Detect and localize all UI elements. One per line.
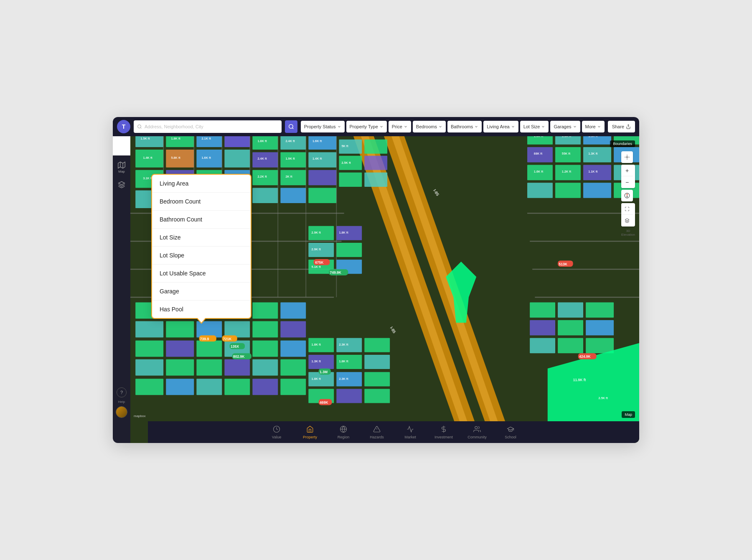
chevron-down-icon (379, 125, 384, 129)
svg-point-212 (475, 426, 478, 429)
svg-rect-34 (280, 188, 306, 203)
svg-text:5.8K ft: 5.8K ft (171, 156, 180, 160)
sidebar-map-label: Map (118, 170, 125, 173)
svg-rect-67 (280, 302, 306, 318)
filter-pill-property-status[interactable]: Property Status (301, 121, 345, 132)
bottom-tab-region[interactable]: Region (327, 421, 360, 443)
svg-rect-84 (252, 359, 278, 376)
map-layers-button[interactable] (621, 215, 633, 227)
filter-pill-price[interactable]: Price (389, 121, 411, 132)
svg-rect-24 (252, 136, 278, 150)
svg-marker-203 (627, 193, 628, 196)
svg-text:1.5K ft: 1.5K ft (140, 137, 150, 140)
bottom-tab-market[interactable]: Market (394, 421, 427, 443)
svg-rect-26 (308, 136, 336, 150)
svg-text:513K: 513K (559, 262, 568, 266)
svg-text:1.8K ft: 1.8K ft (312, 377, 321, 381)
location-icon (624, 154, 630, 160)
svg-text:1.1K ft: 1.1K ft (588, 170, 598, 173)
bottom-tab-label: Property (303, 435, 317, 439)
dropdown-item-lot-size[interactable]: Lot Size (152, 229, 251, 247)
svg-text:88K ft: 88K ft (534, 152, 543, 155)
bottom-tab-community[interactable]: Community (460, 421, 494, 443)
svg-text:1.2K ft: 1.2K ft (562, 170, 572, 173)
svg-text:1.4K ft: 1.4K ft (312, 157, 322, 160)
layers-icon (118, 181, 125, 188)
search-icon-small (137, 124, 142, 129)
bottom-tab-hazards[interactable]: Hazards (360, 421, 394, 443)
dropdown-item-lot-slope[interactable]: Lot Slope (152, 247, 251, 265)
help-button[interactable]: ? (117, 387, 127, 397)
user-avatar[interactable] (116, 406, 127, 418)
svg-text:1.8K ft: 1.8K ft (339, 359, 348, 363)
svg-rect-81 (166, 359, 194, 376)
svg-rect-41 (364, 140, 387, 154)
svg-text:1.3K ft: 1.3K ft (312, 359, 321, 363)
dropdown-item-garage[interactable]: Garage (152, 283, 251, 300)
dropdown-item-lot-usable-space[interactable]: Lot Usable Space (152, 265, 251, 283)
dropdown-item-living-area[interactable]: Living Area (152, 175, 251, 193)
map-icon (118, 161, 125, 169)
filter-pill-lot-size[interactable]: Lot Size (520, 121, 549, 132)
filter-pill-more[interactable]: More (582, 121, 605, 132)
school-icon (507, 425, 514, 434)
svg-rect-87 (166, 379, 194, 395)
bottom-tab-school[interactable]: School (494, 421, 527, 443)
bottom-tab-value[interactable]: Value (260, 421, 293, 443)
search-icon (288, 124, 294, 130)
fullscreen-button[interactable] (621, 203, 633, 215)
svg-text:5.1K ft: 5.1K ft (312, 265, 321, 269)
svg-text:2.4K ft: 2.4K ft (258, 157, 267, 160)
layers-ctrl-icon (625, 218, 630, 223)
chevron-down-icon (474, 125, 478, 129)
filter-label: Bathrooms (451, 124, 473, 129)
svg-rect-45 (364, 173, 387, 187)
filter-pill-living-area[interactable]: Living Area (483, 121, 518, 132)
svg-rect-74 (135, 341, 163, 357)
svg-rect-94 (586, 302, 614, 318)
zoom-in-button[interactable]: + (621, 165, 633, 176)
filter-pill-property-type[interactable]: Property Type (346, 121, 387, 132)
filter-pill-bedrooms[interactable]: Bedrooms (413, 121, 446, 132)
svg-text:135X: 135X (231, 344, 239, 349)
svg-rect-32 (308, 170, 336, 186)
investment-icon (440, 425, 447, 434)
svg-text:675K: 675K (315, 260, 324, 265)
dropdown-item-bedroom-count[interactable]: Bedroom Count (152, 193, 251, 211)
chevron-down-icon (597, 125, 601, 129)
svg-line-3 (292, 128, 293, 129)
share-button[interactable]: Share (608, 121, 635, 132)
search-button[interactable] (285, 120, 297, 133)
svg-text:11.9K ft: 11.9K ft (573, 378, 586, 382)
sidebar-item-map[interactable]: Map (114, 160, 129, 175)
chevron-down-icon (541, 125, 545, 129)
filter-label: Price (392, 124, 402, 129)
svg-rect-92 (530, 302, 555, 318)
filter-pill-bathrooms[interactable]: Bathrooms (447, 121, 482, 132)
svg-rect-25 (280, 136, 306, 150)
svg-text:1.9K ft: 1.9K ft (285, 157, 295, 160)
svg-rect-66 (252, 302, 278, 318)
svg-rect-83 (224, 359, 250, 376)
boundaries-label[interactable]: Boundaries (610, 140, 635, 147)
sidebar-item-layers[interactable] (114, 177, 129, 192)
region-icon (340, 425, 347, 434)
svg-text:1.6K ft: 1.6K ft (534, 170, 544, 173)
logo-button[interactable]: T (117, 120, 130, 133)
filter-pill-garages[interactable]: Garages (550, 121, 580, 132)
dropdown-item-has-pool[interactable]: Has Pool (152, 300, 251, 318)
bottom-tab-investment[interactable]: Investment (427, 421, 460, 443)
svg-rect-89 (224, 379, 250, 395)
zoom-out-button[interactable]: − (621, 176, 633, 188)
map-label[interactable]: Map (622, 411, 635, 418)
dropdown-item-bathroom-count[interactable]: Bathroom Count (152, 211, 251, 229)
view-controls (621, 203, 635, 227)
compass-button[interactable] (621, 190, 633, 201)
bottom-tab-property[interactable]: Property (293, 421, 327, 443)
svg-rect-72 (252, 321, 278, 338)
svg-rect-75 (166, 341, 194, 357)
map-area[interactable]: 1.5K ft 1.8K ft 2.1K ft 1.4K ft 5.8K ft … (130, 136, 639, 443)
filter-pills: Property Status Property Type Price Bedr… (301, 121, 605, 132)
location-button[interactable] (621, 151, 633, 163)
filter-label: Property Status (304, 124, 336, 129)
